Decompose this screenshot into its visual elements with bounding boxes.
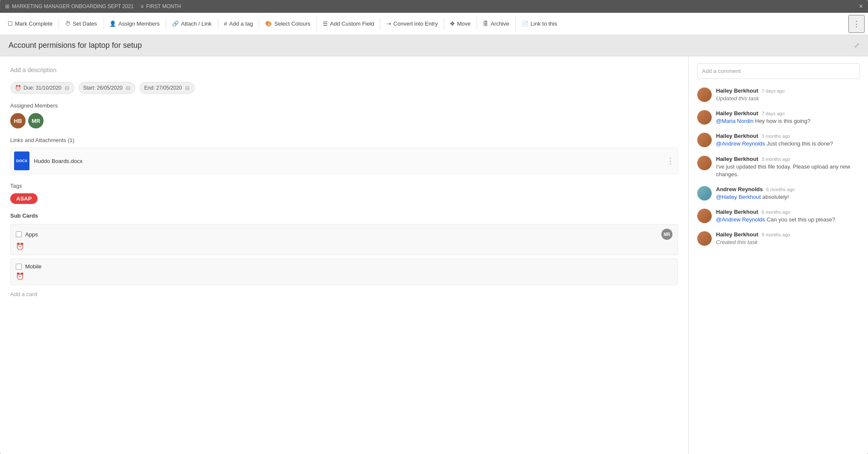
mention-andrew-2[interactable]: @Andrew Reynolds <box>716 216 765 223</box>
member-avatar-2[interactable]: MR <box>28 113 44 128</box>
start-date-pill[interactable]: Start: 26/05/2020 ⊖ <box>79 82 135 94</box>
attachments-section: Links and Attachments (1) DOCX Huddo Boa… <box>10 137 678 174</box>
card-title: Account permisions for laptop for setup <box>9 41 142 50</box>
convert-icon: ⇢ <box>386 20 391 27</box>
comment-avatar-5 <box>697 186 712 201</box>
avatars-row: HB MR <box>10 113 678 128</box>
date-row: ⏰ Due: 31/10/2020 ⊖ Start: 26/05/2020 ⊖ … <box>10 82 678 94</box>
link-icon: 🔗 <box>172 20 179 27</box>
due-date-pill[interactable]: ⏰ Due: 31/10/2020 ⊖ <box>10 82 74 94</box>
add-card-button[interactable]: Add a card <box>10 288 678 300</box>
title-bar: ⊞ MARKETING MANAGER ONBOARDING SEPT 2021… <box>0 0 868 13</box>
comment-author-5: Andrew Reynolds <box>716 186 763 192</box>
card-title-bar: Account permisions for laptop for setup … <box>0 35 868 56</box>
close-button[interactable]: × <box>859 3 863 10</box>
add-tag-button[interactable]: # Add a tag <box>220 17 257 30</box>
subcard-apps-clock: ⏰ <box>16 242 672 250</box>
comment-text-2: @Maria Nordin Hey how is this going? <box>716 117 859 125</box>
toolbar-separator-6 <box>316 18 317 30</box>
right-panel: Add a comment Hailey Berkhout 7 days ago… <box>689 56 868 454</box>
description-input[interactable]: Add a description <box>10 67 678 73</box>
comment-time-7: 8 months ago <box>762 232 790 237</box>
comment-body-6: Hailey Berkhout 6 months ago @Andrew Rey… <box>716 209 859 224</box>
set-dates-button[interactable]: ⏱ Set Dates <box>61 17 101 30</box>
palette-icon: 🎨 <box>265 20 272 27</box>
app-grid-icon: ⊞ <box>5 3 9 9</box>
docx-icon: DOCX <box>14 151 29 170</box>
end-date-remove[interactable]: ⊖ <box>185 84 190 91</box>
app-name: ⊞ MARKETING MANAGER ONBOARDING SEPT 2021 <box>5 3 134 9</box>
subcard-apps: Apps MR ⏰ <box>10 224 678 255</box>
select-colours-button[interactable]: 🎨 Select Colours <box>261 17 315 30</box>
mention-maria[interactable]: @Maria Nordin <box>716 118 754 124</box>
toolbar-separator-9 <box>476 18 477 30</box>
link-to-this-button[interactable]: 📄 Link to this <box>517 17 561 30</box>
comment-text-3: @Andrew Reynolds Just checking this is d… <box>716 140 859 148</box>
comment-text-5: @Hailey Berkhout absolutely! <box>716 193 859 201</box>
section-name: ≡ FIRST MONTH <box>140 3 181 9</box>
toolbar-separator-2 <box>103 18 103 30</box>
comment-avatar-1 <box>697 87 712 102</box>
comment-text-6: @Andrew Reynolds Can you set this up ple… <box>716 216 859 224</box>
comment-2: Hailey Berkhout 7 days ago @Maria Nordin… <box>697 110 859 125</box>
section-list-icon: ≡ <box>140 3 143 9</box>
clock-icon: ⏱ <box>65 20 70 27</box>
convert-into-entry-button[interactable]: ⇢ Convert into Entry <box>382 17 442 30</box>
checkbox-icon: ☐ <box>8 20 13 27</box>
mark-complete-button[interactable]: ☐ Mark Complete <box>3 17 57 30</box>
comment-author-6: Hailey Berkhout <box>716 209 758 215</box>
comment-author-1: Hailey Berkhout <box>716 87 758 94</box>
assign-members-button[interactable]: 👤 Assign Members <box>105 17 164 30</box>
comment-avatar-4 <box>697 156 712 170</box>
toolbar: ☐ Mark Complete ⏱ Set Dates 👤 Assign Mem… <box>0 13 868 35</box>
more-options-button[interactable]: ⋮ <box>848 15 865 33</box>
main-content: Add a description ⏰ Due: 31/10/2020 ⊖ St… <box>0 56 868 454</box>
subcard-apps-assignee[interactable]: MR <box>661 229 672 240</box>
attachments-label: Links and Attachments (1) <box>10 137 678 143</box>
subcards-label: Sub Cards <box>10 212 678 219</box>
comment-text-7: Created this task <box>716 239 859 246</box>
comment-3: Hailey Berkhout 3 months ago @Andrew Rey… <box>697 133 859 148</box>
alarm-icon: ⏰ <box>15 85 21 91</box>
subcard-apps-checkbox[interactable] <box>16 231 22 237</box>
tag-asap[interactable]: ASAP <box>10 193 38 204</box>
comment-avatar-7 <box>697 231 712 246</box>
archive-button[interactable]: 🗄 Archive <box>479 17 513 30</box>
subcard-mobile-checkbox[interactable] <box>16 264 22 270</box>
assigned-members-label: Assigned Members <box>10 102 678 109</box>
subcard-mobile-clock: ⏰ <box>16 272 672 280</box>
attachment-item[interactable]: DOCX Huddo Boards.docx ⋮ <box>10 148 678 174</box>
attach-link-button[interactable]: 🔗 Attach / Link <box>168 17 216 30</box>
comment-author-3: Hailey Berkhout <box>716 133 758 139</box>
add-custom-field-button[interactable]: ☰ Add Custom Field <box>319 17 378 30</box>
subcard-mobile-name: Mobile <box>25 263 672 270</box>
hash-icon: # <box>224 20 227 27</box>
member-avatar-1[interactable]: HB <box>10 113 26 128</box>
left-panel: Add a description ⏰ Due: 31/10/2020 ⊖ St… <box>0 56 689 454</box>
mention-andrew-1[interactable]: @Andrew Reynolds <box>716 140 765 147</box>
mention-hailey-1[interactable]: @Hailey Berkhout <box>716 194 761 200</box>
comment-1: Hailey Berkhout 7 days ago Updated this … <box>697 87 859 102</box>
move-button[interactable]: ✥ Move <box>446 17 475 30</box>
toolbar-separator-5 <box>259 18 259 30</box>
comment-body-3: Hailey Berkhout 3 months ago @Andrew Rey… <box>716 133 859 148</box>
comment-body-1: Hailey Berkhout 7 days ago Updated this … <box>716 87 859 102</box>
comment-time-1: 7 days ago <box>762 88 785 93</box>
comment-author-2: Hailey Berkhout <box>716 110 758 116</box>
comment-input[interactable]: Add a comment <box>697 63 859 79</box>
comment-author-4: Hailey Berkhout <box>716 156 758 162</box>
document-icon: 📄 <box>522 20 529 27</box>
due-date-remove[interactable]: ⊖ <box>64 84 70 91</box>
attachment-more-button[interactable]: ⋮ <box>666 156 674 166</box>
archive-icon: 🗄 <box>483 20 488 27</box>
tags-label: Tags <box>10 183 678 189</box>
tags-section: Tags ASAP <box>10 183 678 204</box>
subcard-mobile: Mobile ⏰ <box>10 259 678 285</box>
comment-body-5: Andrew Reynolds 6 months ago @Hailey Ber… <box>716 186 859 201</box>
person-icon: 👤 <box>109 20 116 27</box>
comment-7: Hailey Berkhout 8 months ago Created thi… <box>697 231 859 246</box>
comment-body-4: Hailey Berkhout 3 months ago I've just u… <box>716 156 859 178</box>
start-date-remove[interactable]: ⊖ <box>126 84 131 91</box>
comment-time-4: 3 months ago <box>762 157 790 162</box>
end-date-pill[interactable]: End: 27/05/2020 ⊖ <box>140 82 195 94</box>
